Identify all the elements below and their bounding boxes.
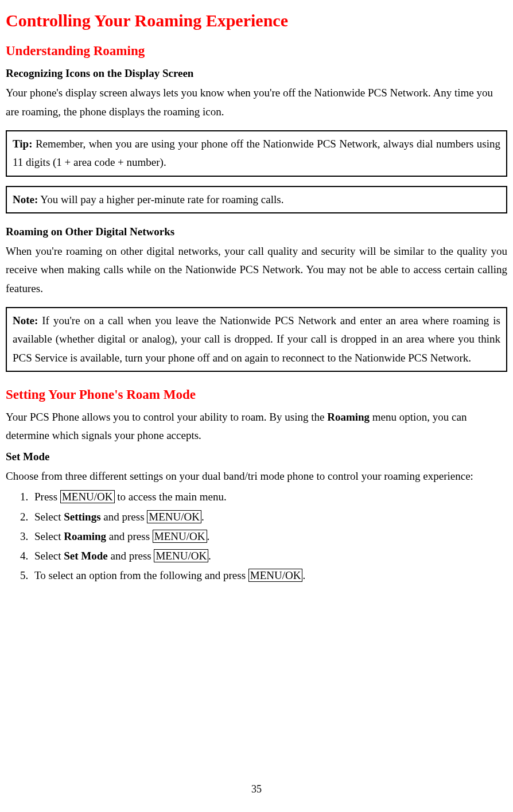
note-label-1: Note: (13, 193, 38, 205)
step-text: to access the main menu. (115, 491, 227, 503)
step-text: Select (34, 530, 64, 542)
page-title: Controlling Your Roaming Experience (6, 6, 507, 35)
note-box-1: Note: You will pay a higher per-minute r… (6, 186, 507, 213)
section-heading-understanding: Understanding Roaming (6, 40, 507, 62)
subheading-set-mode: Set Mode (6, 448, 507, 466)
list-item: Select Settings and press MENU/OK. (31, 508, 507, 526)
paragraph-set-mode: Choose from three different settings on … (6, 467, 507, 485)
tip-text: Remember, when you are using your phone … (13, 138, 500, 168)
keycap-menuok: MENU/OK (60, 490, 115, 503)
step-text: To select an option from the following a… (34, 569, 248, 581)
subheading-roaming-other: Roaming on Other Digital Networks (6, 223, 507, 241)
keycap-menuok: MENU/OK (154, 549, 208, 562)
step-text: Press (34, 491, 60, 503)
note-label-2: Note: (13, 314, 38, 327)
step-text: . (201, 511, 204, 523)
step-bold: Settings (64, 511, 100, 523)
section-heading-setting-roam: Setting Your Phone's Roam Mode (6, 383, 507, 406)
note-text-1: You will pay a higher per-minute rate fo… (38, 193, 283, 205)
keycap-menuok: MENU/OK (248, 569, 303, 582)
paragraph-roaming-other: When you're roaming on other digital net… (6, 242, 507, 298)
roam-para-pre: Your PCS Phone allows you to control you… (6, 411, 327, 423)
paragraph-roam-mode: Your PCS Phone allows you to control you… (6, 408, 507, 445)
note-text-2: If you're on a call when you leave the N… (13, 314, 500, 364)
step-bold: Set Mode (64, 550, 108, 562)
step-text: . (208, 550, 211, 562)
page-number: 35 (6, 780, 507, 798)
step-text: Select (34, 511, 64, 523)
step-bold: Roaming (64, 530, 106, 542)
instruction-list: Press MENU/OK to access the main menu. S… (6, 488, 507, 585)
subheading-recognizing-icons: Recognizing Icons on the Display Screen (6, 64, 507, 83)
note-box-2: Note: If you're on a call when you leave… (6, 307, 507, 372)
step-text: and press (106, 530, 153, 542)
step-text: . (302, 569, 305, 581)
list-item: Select Set Mode and press MENU/OK. (31, 547, 507, 565)
keycap-menuok: MENU/OK (147, 510, 201, 523)
step-text: . (207, 530, 210, 542)
tip-box: Tip: Remember, when you are using your p… (6, 130, 507, 177)
list-item: Press MENU/OK to access the main menu. (31, 488, 507, 506)
tip-label: Tip: (13, 138, 33, 150)
list-item: Select Roaming and press MENU/OK. (31, 527, 507, 546)
step-text: and press (101, 511, 147, 523)
step-text: and press (108, 550, 154, 562)
keycap-menuok: MENU/OK (153, 530, 207, 543)
roam-para-bold: Roaming (327, 411, 370, 423)
list-item: To select an option from the following a… (31, 566, 507, 585)
paragraph-recognizing-icons: Your phone's display screen always lets … (6, 84, 507, 121)
step-text: Select (34, 550, 64, 562)
